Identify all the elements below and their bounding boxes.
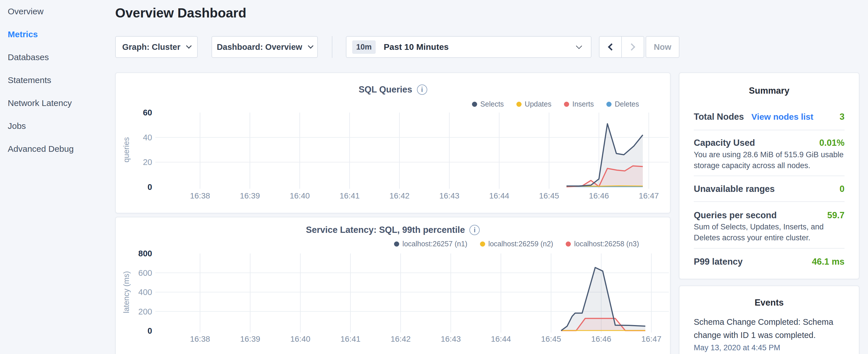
time-range-label: Past 10 Minutes bbox=[384, 42, 449, 52]
x-tick-label: 16:43 bbox=[439, 191, 459, 200]
x-tick-label: 16:45 bbox=[541, 334, 561, 344]
capacity-used-label: Capacity Used bbox=[694, 138, 755, 148]
controls-divider bbox=[332, 36, 333, 58]
qps-value: 59.7 bbox=[827, 210, 844, 221]
x-tick-label: 16:46 bbox=[589, 191, 609, 200]
total-nodes-label: Total Nodes bbox=[694, 112, 744, 122]
y-tick-label: 800 bbox=[138, 249, 152, 258]
now-button[interactable]: Now bbox=[646, 36, 679, 58]
x-tick-label: 16:38 bbox=[190, 334, 210, 344]
y-tick-label: 0 bbox=[148, 326, 152, 335]
sql-queries-chart-card: SQL Queries i Selects Updates Inserts De… bbox=[115, 72, 671, 213]
time-step-buttons bbox=[599, 36, 644, 58]
x-tick-label: 16:42 bbox=[390, 191, 409, 200]
capacity-used-description: You are using 28.6 MiB of 515.9 GiB usab… bbox=[694, 149, 846, 171]
time-step-back-button[interactable] bbox=[599, 37, 621, 57]
x-tick-label: 16:46 bbox=[591, 334, 611, 344]
unavailable-ranges-value: 0 bbox=[840, 184, 844, 194]
chevron-down-icon bbox=[308, 43, 313, 49]
y-tick-label: 40 bbox=[143, 133, 152, 142]
p99-latency-value: 46.1 ms bbox=[812, 257, 844, 267]
p99-latency-label: P99 latency bbox=[694, 257, 743, 267]
service-latency-chart-card: Service Latency: SQL, 99th percentile i … bbox=[115, 217, 671, 354]
chevron-left-icon bbox=[608, 43, 615, 51]
event-timestamp: May 13, 2020 at 4:45 PM bbox=[694, 344, 846, 352]
y-tick-label: 0 bbox=[148, 183, 152, 192]
time-step-forward-button[interactable] bbox=[621, 37, 644, 57]
x-tick-label: 16:47 bbox=[641, 334, 661, 344]
time-range-dropdown[interactable]: 10m Past 10 Minutes bbox=[346, 36, 591, 58]
graph-scope-dropdown-label: Graph: Cluster bbox=[122, 42, 180, 52]
summary-divider bbox=[694, 130, 844, 130]
y-tick-label: 600 bbox=[138, 268, 152, 278]
sidebar-item-metrics[interactable]: Metrics bbox=[0, 23, 115, 46]
x-tick-label: 16:41 bbox=[340, 334, 361, 344]
sql-queries-plot[interactable]: 16:3816:3916:4016:4116:4216:4316:4416:45… bbox=[116, 73, 671, 213]
y-axis-label: latency (ms) bbox=[122, 271, 131, 313]
summary-row-qps: Queries per second 59.7 bbox=[694, 209, 844, 222]
events-title: Events bbox=[679, 297, 859, 308]
capacity-used-value: 0.01% bbox=[819, 138, 844, 148]
summary-row-total-nodes: Total Nodes View nodes list 3 bbox=[694, 110, 844, 123]
graph-scope-dropdown[interactable]: Graph: Cluster bbox=[115, 36, 198, 58]
unavailable-ranges-label: Unavailable ranges bbox=[694, 184, 775, 194]
sidebar-item-statements[interactable]: Statements bbox=[0, 69, 115, 92]
summary-divider bbox=[694, 248, 844, 249]
view-nodes-list-link[interactable]: View nodes list bbox=[751, 112, 813, 122]
now-button-label: Now bbox=[654, 42, 671, 52]
summary-row-capacity: Capacity Used 0.01% bbox=[694, 136, 844, 150]
admin-ui-root: Overview Metrics Databases Statements Ne… bbox=[0, 0, 868, 354]
x-tick-label: 16:42 bbox=[391, 334, 411, 344]
y-tick-label: 60 bbox=[143, 108, 152, 117]
time-range-badge: 10m bbox=[352, 40, 376, 54]
sidebar-nav: Overview Metrics Databases Statements Ne… bbox=[0, 0, 115, 354]
summary-divider bbox=[694, 175, 844, 176]
x-tick-label: 16:39 bbox=[240, 334, 260, 344]
events-panel: Events Schema Change Completed: Schema c… bbox=[679, 286, 859, 354]
x-tick-label: 16:44 bbox=[491, 334, 511, 344]
x-tick-label: 16:43 bbox=[441, 334, 461, 344]
summary-divider bbox=[694, 201, 844, 202]
x-tick-label: 16:41 bbox=[340, 191, 360, 200]
y-tick-label: 20 bbox=[143, 158, 152, 167]
x-tick-label: 16:47 bbox=[639, 191, 659, 200]
summary-title: Summary bbox=[679, 86, 859, 96]
chevron-right-icon bbox=[628, 43, 635, 51]
x-tick-label: 16:44 bbox=[489, 191, 509, 200]
x-tick-label: 16:39 bbox=[240, 191, 260, 200]
sidebar-item-databases[interactable]: Databases bbox=[0, 46, 115, 69]
controls-bar: Graph: Cluster Dashboard: Overview 10m P… bbox=[115, 36, 680, 58]
x-tick-label: 16:38 bbox=[190, 191, 210, 200]
qps-description: Sum of Selects, Updates, Inserts, and De… bbox=[694, 221, 846, 243]
chevron-down-icon bbox=[576, 43, 582, 49]
service-latency-plot[interactable]: 16:3816:3916:4016:4116:4216:4316:4416:45… bbox=[116, 217, 671, 354]
sidebar-item-advanced-debug[interactable]: Advanced Debug bbox=[0, 137, 115, 160]
x-tick-label: 16:40 bbox=[290, 191, 310, 200]
summary-row-unavailable-ranges: Unavailable ranges 0 bbox=[694, 183, 844, 196]
event-message[interactable]: Schema Change Completed: Schema change w… bbox=[694, 315, 846, 342]
total-nodes-value: 3 bbox=[840, 112, 844, 122]
summary-panel: Summary Total Nodes View nodes list 3 Ca… bbox=[679, 72, 859, 279]
qps-label: Queries per second bbox=[694, 210, 777, 221]
sidebar-item-jobs[interactable]: Jobs bbox=[0, 115, 115, 137]
dashboard-dropdown-label: Dashboard: Overview bbox=[217, 42, 302, 52]
dashboard-dropdown[interactable]: Dashboard: Overview bbox=[212, 36, 318, 58]
y-tick-label: 400 bbox=[138, 288, 152, 297]
sidebar-item-network-latency[interactable]: Network Latency bbox=[0, 92, 115, 115]
sidebar-item-overview[interactable]: Overview bbox=[0, 0, 115, 23]
y-tick-label: 200 bbox=[138, 307, 152, 316]
x-tick-label: 16:40 bbox=[290, 334, 310, 344]
x-tick-label: 16:45 bbox=[539, 191, 559, 200]
page-title: Overview Dashboard bbox=[115, 5, 246, 21]
y-axis-label: queries bbox=[122, 137, 131, 163]
summary-row-p99: P99 latency 46.1 ms bbox=[694, 255, 844, 268]
chevron-down-icon bbox=[186, 43, 192, 49]
